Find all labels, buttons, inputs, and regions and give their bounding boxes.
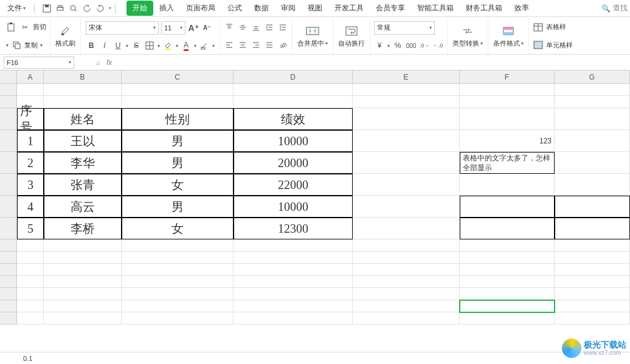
cut-label[interactable]: 剪切 bbox=[33, 22, 46, 32]
name-box[interactable]: F16 ▾ bbox=[4, 57, 74, 69]
cell[interactable] bbox=[234, 84, 353, 96]
borders-icon[interactable] bbox=[144, 40, 155, 51]
align-right-icon[interactable] bbox=[251, 39, 261, 50]
font-name-select[interactable]: 宋体▾ bbox=[86, 21, 159, 35]
justify-icon[interactable] bbox=[264, 39, 275, 50]
col-header-d[interactable]: D bbox=[234, 70, 353, 83]
search-box[interactable]: 🔍 查找 bbox=[601, 3, 628, 13]
row-header[interactable] bbox=[0, 264, 17, 276]
table-cell[interactable]: 高云 bbox=[44, 196, 122, 218]
cell[interactable] bbox=[555, 312, 630, 325]
table-cell[interactable]: 女 bbox=[122, 174, 234, 196]
tab-efficiency[interactable]: 效率 bbox=[508, 1, 535, 16]
col-header-e[interactable]: E bbox=[353, 70, 460, 83]
cell[interactable] bbox=[44, 84, 122, 96]
cell[interactable] bbox=[555, 130, 630, 152]
cell[interactable] bbox=[353, 152, 460, 174]
cell[interactable] bbox=[555, 300, 630, 312]
cell[interactable] bbox=[460, 239, 555, 252]
row-header[interactable] bbox=[0, 96, 17, 108]
row-header[interactable] bbox=[0, 252, 17, 264]
formula-input[interactable] bbox=[112, 57, 630, 69]
cell[interactable] bbox=[234, 276, 353, 288]
cell[interactable] bbox=[122, 288, 234, 300]
cell[interactable] bbox=[555, 96, 630, 108]
tab-view[interactable]: 视图 bbox=[302, 1, 328, 16]
cell[interactable] bbox=[460, 288, 555, 300]
tab-insert[interactable]: 插入 bbox=[153, 1, 180, 16]
format-painter-button[interactable]: 格式刷 bbox=[54, 24, 77, 48]
scissors-icon[interactable]: ✂ bbox=[19, 22, 30, 33]
cell[interactable] bbox=[234, 288, 353, 300]
cell[interactable] bbox=[353, 218, 460, 239]
merge-center-button[interactable]: 合并居中▾ bbox=[296, 24, 329, 48]
font-size-select[interactable]: 11▾ bbox=[161, 21, 185, 35]
cell[interactable] bbox=[555, 252, 630, 264]
fx-icon[interactable]: fx bbox=[106, 58, 112, 67]
cell[interactable] bbox=[353, 84, 460, 96]
table-cell[interactable]: 男 bbox=[122, 196, 234, 218]
cell[interactable] bbox=[460, 96, 555, 108]
table-cell[interactable]: 20000 bbox=[234, 152, 353, 174]
cell[interactable] bbox=[555, 152, 630, 174]
tab-formula[interactable]: 公式 bbox=[221, 1, 248, 16]
select-all-corner[interactable] bbox=[0, 70, 17, 83]
cell[interactable] bbox=[460, 196, 555, 218]
table-cell[interactable]: 女 bbox=[122, 218, 234, 239]
cell[interactable] bbox=[17, 312, 44, 325]
align-top-icon[interactable] bbox=[224, 22, 235, 33]
row-header[interactable] bbox=[0, 84, 17, 96]
cell[interactable] bbox=[353, 288, 460, 300]
clear-format-icon[interactable] bbox=[199, 40, 210, 51]
cell[interactable] bbox=[460, 108, 555, 130]
cell-style-label[interactable]: 单元格样 bbox=[546, 41, 573, 50]
percent-icon[interactable]: % bbox=[392, 40, 403, 51]
cell-style-icon[interactable] bbox=[533, 39, 544, 50]
table-cell[interactable]: 李华 bbox=[44, 152, 122, 174]
orientation-icon[interactable]: ab bbox=[277, 39, 288, 50]
cell[interactable] bbox=[555, 174, 630, 196]
cell[interactable] bbox=[460, 218, 555, 239]
cancel-formula-icon[interactable]: ⌕ bbox=[96, 58, 100, 67]
print-icon[interactable] bbox=[55, 4, 65, 13]
tab-data[interactable]: 数据 bbox=[248, 1, 275, 16]
italic-icon[interactable]: I bbox=[99, 40, 110, 51]
cell[interactable] bbox=[122, 276, 234, 288]
copy-icon[interactable] bbox=[11, 39, 22, 50]
row-header[interactable] bbox=[0, 276, 17, 288]
table-header-cell[interactable]: 性别 bbox=[122, 108, 234, 130]
cell[interactable] bbox=[44, 288, 122, 300]
cell[interactable] bbox=[17, 300, 44, 312]
cell[interactable] bbox=[460, 174, 555, 196]
cell[interactable] bbox=[555, 196, 630, 218]
tab-start[interactable]: 开始 bbox=[126, 1, 153, 16]
table-cell[interactable]: 10000 bbox=[234, 130, 353, 152]
cell[interactable]: 表格中的文字太多了，怎样全部显示 bbox=[460, 152, 555, 174]
redo-icon[interactable] bbox=[95, 4, 105, 13]
decrease-font-icon[interactable]: A⁻ bbox=[201, 22, 212, 33]
save-icon[interactable] bbox=[42, 4, 52, 13]
chevron-down-icon[interactable]: ▾ bbox=[387, 43, 390, 49]
table-header-cell[interactable]: 绩效 bbox=[234, 108, 353, 130]
cell[interactable] bbox=[122, 300, 234, 312]
row-header[interactable] bbox=[0, 130, 17, 152]
cell[interactable] bbox=[44, 276, 122, 288]
cell[interactable] bbox=[122, 252, 234, 264]
table-header-cell[interactable]: 姓名 bbox=[44, 108, 122, 130]
cell-selected[interactable] bbox=[460, 300, 555, 312]
cell[interactable] bbox=[17, 84, 44, 96]
font-color-icon[interactable]: A bbox=[181, 40, 192, 51]
cell[interactable] bbox=[353, 252, 460, 264]
table-cell[interactable]: 张青 bbox=[44, 174, 122, 196]
cell[interactable] bbox=[555, 108, 630, 130]
table-cell[interactable]: 男 bbox=[122, 130, 234, 152]
cell[interactable] bbox=[353, 174, 460, 196]
cell[interactable] bbox=[460, 312, 555, 325]
row-header[interactable] bbox=[0, 174, 17, 196]
cell[interactable] bbox=[234, 239, 353, 252]
chevron-down-icon[interactable]: ▾ bbox=[212, 43, 215, 49]
cell[interactable] bbox=[44, 300, 122, 312]
cell[interactable] bbox=[353, 96, 460, 108]
cell[interactable] bbox=[353, 276, 460, 288]
cell[interactable] bbox=[353, 300, 460, 312]
